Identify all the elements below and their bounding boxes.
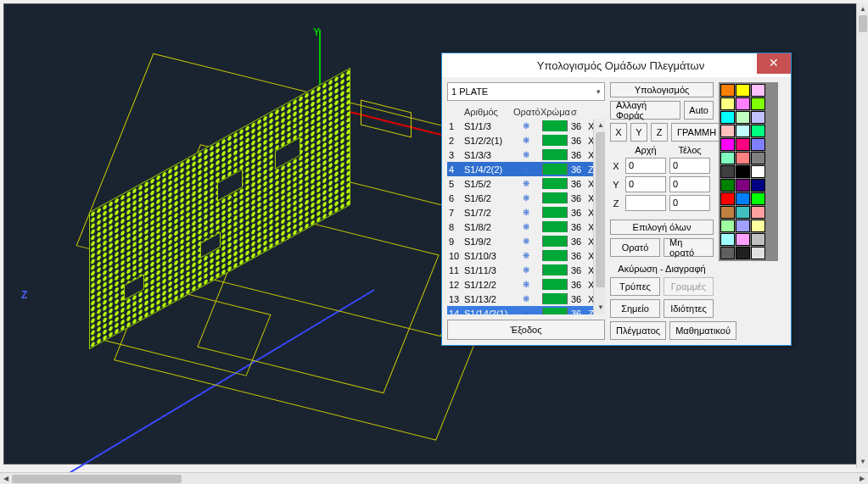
vertical-scrollbar[interactable]: ▲ ▼ <box>856 3 868 468</box>
list-row[interactable]: 3S1/3/3❋36X <box>447 147 605 162</box>
change-direction-button[interactable]: Αλλαγή Φοράς <box>610 101 680 120</box>
list-row[interactable]: 11S1/11/3❋36X <box>447 263 605 277</box>
list-row[interactable]: 8S1/8/2❋36X <box>447 220 605 234</box>
invisible-button[interactable]: Μη ορατό <box>664 238 714 257</box>
palette-swatch[interactable] <box>736 84 750 97</box>
list-row[interactable]: 2S1/2/2(1)❋36X <box>447 133 605 147</box>
color-swatch <box>542 293 568 304</box>
list-row[interactable]: 4S1/4/2(2)◙36Z <box>447 162 605 176</box>
list-row[interactable]: 5S1/5/2❋36X <box>447 176 605 191</box>
palette-swatch[interactable] <box>751 111 765 124</box>
scroll-right-icon[interactable]: ▶ <box>856 473 868 484</box>
list-row[interactable]: 10S1/10/3❋36X <box>447 248 605 263</box>
list-row[interactable]: 13S1/13/2❋36X <box>447 292 605 306</box>
list-row[interactable]: 1S1/1/3❋36X <box>447 119 605 133</box>
palette-swatch[interactable] <box>720 179 735 192</box>
palette-swatch[interactable] <box>720 247 735 259</box>
z-end-input[interactable]: 0 <box>669 195 710 211</box>
palette-swatch[interactable] <box>736 179 750 192</box>
y-start-input[interactable]: 0 <box>625 176 666 192</box>
list-row[interactable]: 12S1/12/2❋36X <box>447 277 605 292</box>
palette-swatch[interactable] <box>720 138 735 151</box>
line-button[interactable]: ΓΡΑΜΜΗ <box>671 123 722 142</box>
close-button[interactable]: ✕ <box>757 53 791 74</box>
palette-swatch[interactable] <box>720 84 735 97</box>
visibility-icon: ◙ <box>512 309 539 314</box>
palette-swatch[interactable] <box>720 192 735 205</box>
palette-swatch[interactable] <box>720 97 735 110</box>
visibility-icon: ❋ <box>512 193 539 203</box>
z-start-input[interactable] <box>625 195 666 211</box>
horizontal-scrollbar[interactable]: ◀ ▶ <box>0 472 868 484</box>
palette-swatch[interactable] <box>736 233 750 246</box>
palette-swatch[interactable] <box>736 138 750 151</box>
palette-swatch[interactable] <box>751 233 765 246</box>
palette-swatch[interactable] <box>751 125 765 137</box>
visibility-icon: ❋ <box>512 136 539 145</box>
palette-swatch[interactable] <box>736 247 750 259</box>
scroll-thumb[interactable] <box>596 132 605 287</box>
scroll-up-icon[interactable]: ▲ <box>857 3 868 15</box>
scroll-up-icon[interactable]: ▲ <box>594 119 605 132</box>
palette-swatch[interactable] <box>751 179 765 192</box>
list-row[interactable]: 6S1/6/2❋36X <box>447 191 605 205</box>
scroll-thumb[interactable] <box>859 15 867 32</box>
palette-swatch[interactable] <box>736 206 750 219</box>
palette-swatch[interactable] <box>720 220 735 232</box>
visible-button[interactable]: Ορατό <box>610 238 660 257</box>
palette-swatch[interactable] <box>751 192 765 205</box>
palette-swatch[interactable] <box>736 165 750 178</box>
palette-swatch[interactable] <box>751 84 765 97</box>
palette-swatch[interactable] <box>751 97 765 110</box>
y-button[interactable]: Y <box>630 123 647 142</box>
scroll-thumb[interactable] <box>12 475 182 483</box>
plate-combo[interactable]: 1 PLATE ▾ <box>447 82 605 101</box>
palette-swatch[interactable] <box>751 220 765 232</box>
palette-swatch[interactable] <box>720 233 735 246</box>
palette-swatch[interactable] <box>736 220 750 232</box>
mesh-list[interactable]: 1S1/1/3❋36X2S1/2/2(1)❋36X3S1/3/3❋36X4S1/… <box>447 119 605 314</box>
palette-swatch[interactable] <box>720 206 735 219</box>
color-swatch <box>542 236 568 247</box>
palette-swatch[interactable] <box>736 192 750 205</box>
list-row[interactable]: 9S1/9/2❋36X <box>447 234 605 248</box>
list-row[interactable]: 7S1/7/2❋36X <box>447 205 605 220</box>
palette-swatch[interactable] <box>751 206 765 219</box>
scroll-down-icon[interactable]: ▼ <box>594 301 605 314</box>
lines-button[interactable]: Γραμμές <box>664 277 714 296</box>
palette-swatch[interactable] <box>720 125 735 137</box>
palette-swatch[interactable] <box>720 152 735 164</box>
exit-button[interactable]: Έξοδος <box>447 320 605 340</box>
palette-swatch[interactable] <box>751 138 765 151</box>
palette-swatch[interactable] <box>736 152 750 164</box>
x-end-input[interactable]: 0 <box>669 158 710 174</box>
palette-swatch[interactable] <box>751 165 765 178</box>
list-scrollbar[interactable]: ▲ ▼ <box>593 119 605 314</box>
scroll-left-icon[interactable]: ◀ <box>0 473 12 484</box>
palette-swatch[interactable] <box>736 97 750 110</box>
color-swatch <box>542 279 568 290</box>
color-swatch <box>542 135 568 146</box>
select-all-button[interactable]: Επιλογή όλων <box>610 220 714 235</box>
mesh-button[interactable]: Πλέγματος <box>610 321 666 340</box>
visibility-icon: ❋ <box>512 280 539 289</box>
list-row[interactable]: 14S1/14/2(1)◙36Z <box>447 306 605 314</box>
properties-button[interactable]: Ιδιότητες <box>664 299 714 318</box>
dialog-title-bar[interactable]: Υπολογισμός Ομάδων Πλεγμάτων ✕ <box>442 53 791 77</box>
x-button[interactable]: X <box>610 123 627 142</box>
palette-swatch[interactable] <box>720 165 735 178</box>
point-button[interactable]: Σημείο <box>610 299 660 318</box>
visibility-icon: ❋ <box>512 236 539 246</box>
calculate-button[interactable]: Υπολογισμός <box>610 82 714 97</box>
holes-button[interactable]: Τρύπες <box>610 277 660 296</box>
x-start-input[interactable]: 0 <box>625 158 666 174</box>
palette-swatch[interactable] <box>720 111 735 124</box>
palette-swatch[interactable] <box>751 152 765 164</box>
palette-swatch[interactable] <box>736 111 750 124</box>
palette-swatch[interactable] <box>751 247 765 259</box>
auto-button[interactable]: Auto <box>684 101 714 120</box>
y-end-input[interactable]: 0 <box>669 176 710 192</box>
palette-swatch[interactable] <box>736 125 750 137</box>
z-button[interactable]: Z <box>651 123 668 142</box>
scroll-down-icon[interactable]: ▼ <box>857 456 868 468</box>
